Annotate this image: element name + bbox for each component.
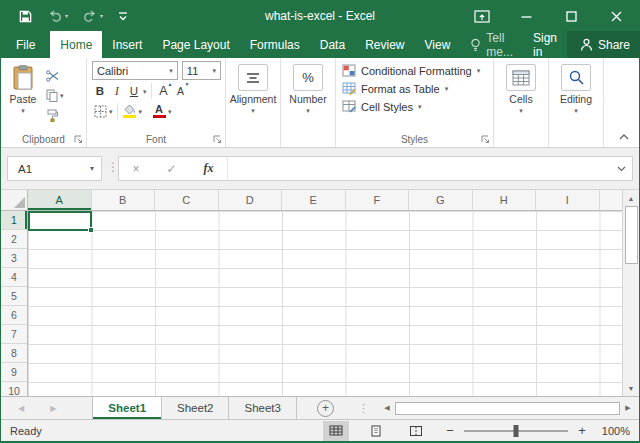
scroll-left-arrow-icon[interactable]: ◀ [379,400,395,416]
fill-color-button[interactable] [122,102,138,120]
fill-handle[interactable] [88,227,94,233]
clipboard-dialog-launcher[interactable] [73,134,83,144]
tab-file[interactable]: File [1,31,50,58]
decrease-font-size-button[interactable]: A▼ [173,82,189,100]
row-header[interactable]: 9 [1,363,27,382]
redo-button[interactable]: ▾ [83,10,103,22]
sheet-tab[interactable]: Sheet2 [162,397,229,419]
column-header[interactable]: A [28,190,92,210]
zoom-slider-thumb[interactable] [514,425,519,437]
customize-quick-access-toolbar-button[interactable] [118,11,128,21]
row-header[interactable]: 1 [1,211,27,230]
tell-me-box[interactable]: Tell me... [460,31,523,58]
next-sheet-arrow-icon[interactable]: ▶ [50,404,56,413]
cells-group[interactable]: Cells ▾ [494,58,549,147]
row-header[interactable]: 5 [1,287,27,306]
cancel-entry-button[interactable]: × [132,162,139,176]
formula-input[interactable] [227,156,633,181]
horizontal-scrollbar-thumb[interactable] [395,402,620,415]
select-all-button[interactable] [1,190,28,211]
column-header[interactable]: G [409,190,473,210]
tab-bar-resize-handle[interactable]: ⋮ [358,402,369,415]
cell-styles-button[interactable]: Cell Styles ▾ [342,100,491,113]
new-sheet-button[interactable]: + [317,400,334,417]
ribbon-tab[interactable]: View [415,31,461,58]
horizontal-scrollbar[interactable]: ◀ ▶ [379,400,636,416]
editing-dropdown-icon[interactable]: ▾ [574,107,578,114]
row-header[interactable]: 10 [1,382,27,396]
vertical-scrollbar[interactable]: ▲ ▼ [622,190,639,396]
font-family-dropdown-icon[interactable]: ▾ [169,67,173,74]
ribbon-tab[interactable]: Data [310,31,355,58]
page-break-preview-button[interactable] [403,421,429,441]
minimize-button[interactable] [504,1,549,31]
row-header[interactable]: 8 [1,344,27,363]
copy-dropdown-icon[interactable]: ▾ [60,92,64,99]
scroll-right-arrow-icon[interactable]: ▶ [620,400,636,416]
enter-entry-button[interactable]: ✓ [166,162,176,176]
column-header[interactable]: E [282,190,346,210]
zoom-slider[interactable] [464,430,568,432]
ribbon-tab[interactable]: Page Layout [152,31,239,58]
italic-button[interactable]: I [109,82,125,100]
number-dropdown-icon[interactable]: ▾ [306,107,310,114]
normal-view-button[interactable] [323,421,349,441]
expand-formula-bar-icon[interactable] [617,166,626,172]
close-button[interactable] [594,1,639,31]
column-header[interactable]: D [219,190,283,210]
ribbon-tab[interactable]: Home [50,31,102,58]
increase-font-size-button[interactable]: A▲ [156,82,172,100]
sheet-tab[interactable]: Sheet3 [229,397,296,419]
zoom-level[interactable]: 100% [596,425,630,437]
undo-button[interactable]: ▾ [48,10,68,22]
editing-group[interactable]: Editing ▾ [549,58,604,147]
underline-dropdown-icon[interactable]: ▾ [143,88,147,95]
sheet-tab[interactable]: Sheet1 [92,397,162,419]
borders-button[interactable] [92,102,108,120]
borders-dropdown-icon[interactable]: ▾ [109,108,113,115]
format-as-table-button[interactable]: Format as Table ▾ [342,82,491,95]
scroll-up-arrow-icon[interactable]: ▲ [623,190,639,206]
previous-sheet-arrow-icon[interactable]: ◀ [18,404,24,413]
sign-in-button[interactable]: Sign in [523,31,567,58]
zoom-in-button[interactable]: + [577,423,587,438]
spreadsheet-grid[interactable] [28,211,622,396]
font-size-dropdown-icon[interactable]: ▾ [212,67,216,74]
row-header[interactable]: 7 [1,325,27,344]
row-header[interactable]: 2 [1,230,27,249]
cut-button[interactable] [46,68,64,83]
column-header[interactable]: H [473,190,537,210]
row-header[interactable]: 6 [1,306,27,325]
column-header[interactable]: I [536,190,600,210]
paste-dropdown-icon[interactable]: ▾ [21,107,25,114]
ribbon-tab[interactable]: Formulas [240,31,310,58]
scroll-down-arrow-icon[interactable]: ▼ [623,380,639,396]
name-box-dropdown-icon[interactable]: ▾ [90,164,101,173]
paste-button[interactable]: Paste ▾ [3,61,43,132]
selected-cell-a1[interactable] [28,211,92,231]
insert-function-button[interactable]: fx [204,161,214,176]
ribbon-display-options-button[interactable] [459,1,504,31]
zoom-out-button[interactable]: − [445,423,455,438]
bold-button[interactable]: B [92,82,108,100]
save-button[interactable] [18,9,33,24]
font-color-button[interactable]: A [151,102,167,120]
ribbon-tab[interactable]: Insert [102,31,152,58]
cells-dropdown-icon[interactable]: ▾ [519,107,523,114]
styles-dialog-launcher[interactable] [480,134,490,144]
alignment-group[interactable]: Alignment ▾ [226,58,281,147]
fill-color-dropdown-icon[interactable]: ▾ [139,108,143,115]
collapse-ribbon-button[interactable] [619,134,629,140]
page-layout-view-button[interactable] [363,421,389,441]
share-button[interactable]: Share [567,31,640,58]
format-painter-button[interactable] [46,108,64,123]
name-box[interactable]: A1 ▾ [7,156,102,181]
ribbon-tab[interactable]: Review [355,31,414,58]
font-color-dropdown-icon[interactable]: ▾ [168,108,172,115]
maximize-button[interactable] [549,1,594,31]
cell-styles-dropdown-icon[interactable]: ▾ [418,103,422,110]
column-header[interactable]: J [600,190,623,210]
number-group[interactable]: % Number ▾ [281,58,336,147]
row-header[interactable]: 3 [1,249,27,268]
font-dialog-launcher[interactable] [212,134,222,144]
